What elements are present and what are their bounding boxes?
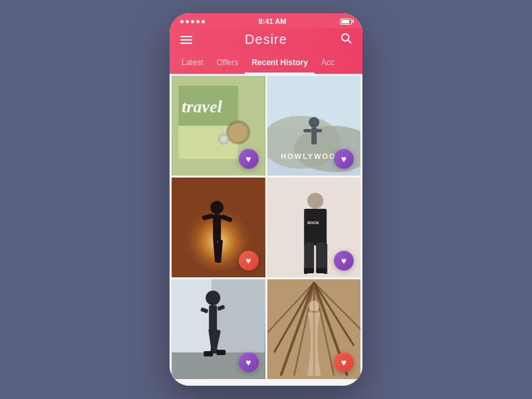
svg-rect-36: [316, 243, 325, 269]
svg-rect-16: [303, 129, 311, 132]
battery-fill: [341, 20, 349, 23]
dot-2: [186, 20, 189, 23]
hamburger-line-1: [180, 36, 192, 37]
dot-4: [196, 20, 200, 23]
svg-rect-49: [203, 351, 213, 356]
grid-item-hollywood: HOWLYWOOD ♥: [267, 76, 361, 176]
dot-1: [180, 20, 184, 23]
svg-point-9: [221, 136, 226, 142]
svg-rect-23: [213, 214, 221, 241]
svg-text:ROCK: ROCK: [307, 221, 319, 225]
svg-rect-38: [316, 268, 326, 273]
heart-button-hollywood[interactable]: ♥: [334, 149, 354, 169]
svg-point-61: [309, 301, 319, 311]
signal-dots: [180, 20, 205, 23]
phone-frame: 9:41 AM Desire Latest Offers Recent Hist…: [170, 13, 362, 386]
status-bar: 9:41 AM: [170, 13, 362, 28]
heart-button-fashion[interactable]: ♥: [334, 251, 354, 271]
hamburger-line-2: [180, 39, 192, 41]
status-time: 9:41 AM: [259, 17, 287, 25]
svg-rect-37: [304, 268, 314, 273]
svg-rect-17: [314, 129, 322, 132]
svg-point-7: [229, 123, 247, 142]
grid-item-wood: ♥: [267, 279, 361, 379]
heart-button-silhouette[interactable]: ♥: [239, 251, 259, 271]
svg-point-14: [309, 117, 319, 128]
image-grid: travel ♥: [170, 74, 362, 381]
menu-button[interactable]: [180, 36, 192, 44]
heart-button-walk[interactable]: ♥: [239, 352, 259, 372]
battery-icon: [340, 19, 352, 25]
svg-line-1: [348, 40, 350, 43]
svg-rect-35: [305, 243, 314, 269]
app-title: Desire: [245, 32, 287, 47]
svg-point-43: [205, 291, 220, 305]
grid-item-walk: ♥: [172, 279, 265, 379]
app-header: Desire: [170, 28, 362, 53]
dot-3: [191, 20, 194, 23]
heart-button-wood[interactable]: ♥: [334, 352, 354, 372]
battery-indicator: [340, 19, 352, 25]
tab-account[interactable]: Acc: [315, 53, 341, 74]
svg-point-32: [307, 193, 323, 209]
tab-latest[interactable]: Latest: [175, 53, 210, 74]
tab-recent-history[interactable]: Recent History: [245, 53, 315, 74]
heart-button-travel[interactable]: ♥: [239, 149, 259, 169]
svg-rect-44: [209, 305, 217, 331]
tab-offers[interactable]: Offers: [210, 53, 245, 74]
grid-item-silhouette: ♥: [172, 178, 265, 277]
grid-item-fashion: ROCK ♥: [267, 178, 361, 277]
grid-item-travel: travel ♥: [172, 76, 265, 176]
svg-text:travel: travel: [182, 97, 222, 116]
search-button[interactable]: [340, 32, 352, 47]
svg-rect-33: [304, 209, 327, 245]
svg-rect-50: [216, 350, 225, 355]
tab-bar: Latest Offers Recent History Acc: [170, 53, 362, 74]
hamburger-line-3: [180, 43, 192, 44]
svg-point-22: [210, 201, 223, 214]
content-area: travel ♥: [170, 74, 362, 386]
dot-5: [201, 20, 205, 23]
